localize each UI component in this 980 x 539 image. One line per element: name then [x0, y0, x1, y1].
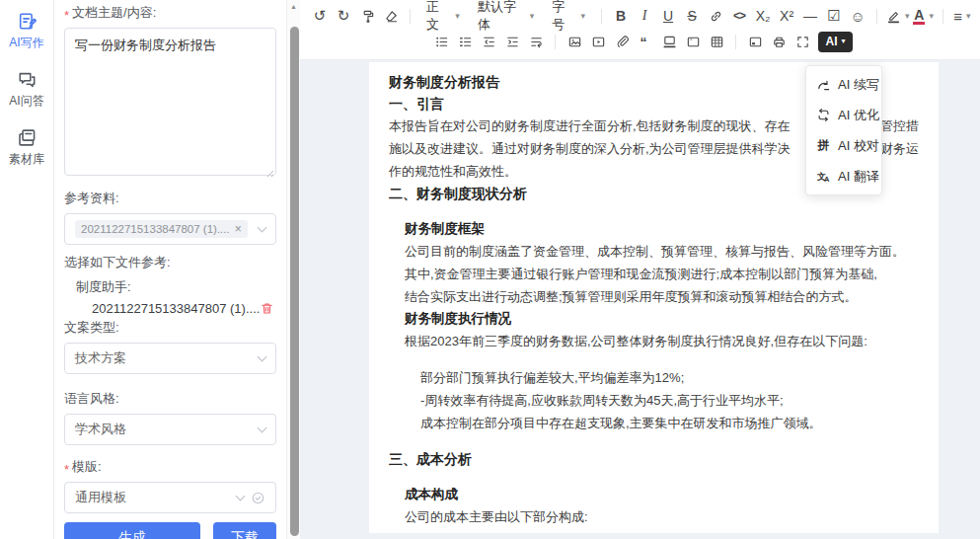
- ai-dropdown-menu: AI 续写AI 优化拼AI 校对文AAI 翻译: [805, 65, 882, 195]
- doc-list-line: 成本控制在部分项目中存在超支现象,主要集中在研发和市场推广领域。: [420, 412, 919, 434]
- code-block-button[interactable]: “: [681, 30, 705, 53]
- superscript-icon: X²: [780, 8, 793, 24]
- template-select[interactable]: 通用模板: [64, 482, 276, 513]
- ai-menu-button[interactable]: AI▾: [818, 32, 852, 52]
- doc-list-line: 部分部门预算执行偏差较大,平均偏差率为12%;: [420, 366, 919, 389]
- generate-button[interactable]: 生成: [64, 522, 200, 539]
- panel-scrollbar[interactable]: ▲: [286, 0, 300, 539]
- font-family-select[interactable]: 默认字体▾: [469, 4, 543, 28]
- insert-image-button[interactable]: [563, 30, 586, 53]
- doc-text: 财务运: [880, 137, 919, 160]
- download-button[interactable]: 下载: [213, 522, 276, 539]
- file-reference-row: 2021122715133847807 (1)....: [64, 301, 276, 316]
- print-button[interactable]: [767, 30, 791, 53]
- outdent-icon: [482, 35, 496, 49]
- svg-text:A: A: [824, 175, 830, 184]
- horizontal-rule-button[interactable]: —: [798, 4, 822, 28]
- topic-textarea-wrap: 写一份财务制度分析报告: [64, 22, 276, 180]
- font-size-icon: 字号: [552, 0, 573, 34]
- toolbar-divider: [876, 9, 877, 24]
- blockquote-button[interactable]: “: [634, 30, 657, 53]
- indent-button[interactable]: [500, 30, 524, 53]
- bold-button[interactable]: B: [609, 4, 633, 28]
- superscript-button[interactable]: X²: [775, 4, 798, 28]
- scroll-up-arrow-icon[interactable]: ▲: [287, 3, 300, 10]
- align-button[interactable]: ≡▾: [950, 4, 974, 28]
- reference-multiselect[interactable]: 2021122715133847807 (1).... ×: [64, 213, 276, 245]
- topic-label: * 文档主题/内容:: [64, 4, 276, 22]
- insert-divider-button[interactable]: [657, 30, 681, 53]
- link-button[interactable]: [704, 4, 727, 28]
- blank-line: [389, 352, 919, 366]
- delete-file-icon[interactable]: [260, 301, 274, 316]
- outdent-button[interactable]: [477, 30, 500, 53]
- toolbar-divider: [942, 9, 943, 24]
- fullscreen-icon: [795, 35, 810, 49]
- ai-writing-form-panel: * 文档主题/内容: 写一份财务制度分析报告 参考资料: 20211227151…: [54, 0, 286, 539]
- doc-paragraph-line: 根据2023年前三季度的财务数据,公司整体财务制度执行情况良好,但存在以下问题:: [405, 330, 919, 352]
- task-list-button[interactable]: ☑: [822, 4, 846, 28]
- language-style-select[interactable]: 学术风格: [64, 414, 276, 445]
- bold-icon: B: [616, 8, 626, 24]
- divider-icon: [662, 35, 677, 49]
- menu-item-label: AI 翻译: [838, 168, 879, 186]
- rich-text-editor: ↺↻正文▾默认字体▾字号▾BIUS<>X₂X²—☑☺▾A▾≡▾ ““AI▾ 财务…: [300, 0, 980, 539]
- ai-translate-item[interactable]: 文AAI 翻译: [806, 161, 881, 192]
- toolbar-divider: [601, 9, 602, 24]
- highlight-color-button[interactable]: ▾: [884, 4, 911, 28]
- undo-button[interactable]: ↺: [308, 4, 332, 28]
- blank-line: [389, 528, 919, 533]
- file-group-label: 制度助手:: [64, 278, 276, 296]
- doc-text: 施以及改进建议。通过对财务制度的深入分析,为公司管理层提供科学决: [389, 137, 791, 160]
- sidebar-item-AI问答[interactable]: AI问答: [9, 68, 43, 110]
- horizontal-rule-icon: —: [803, 8, 817, 24]
- format-painter-button[interactable]: [355, 4, 379, 28]
- redo-button[interactable]: ↻: [332, 4, 355, 28]
- ai-icon: AI: [825, 35, 837, 48]
- highlight-pen-icon: [886, 9, 901, 24]
- bullet-list-button[interactable]: [429, 30, 453, 53]
- paragraph-style-select[interactable]: 正文▾: [417, 4, 469, 28]
- font-size-select[interactable]: 字号▾: [543, 4, 594, 28]
- ordered-list-button[interactable]: [453, 30, 477, 53]
- sidebar-item-素材库[interactable]: 素材库: [9, 126, 44, 168]
- toolbar-row-1: ↺↻正文▾默认字体▾字号▾BIUS<>X₂X²—☑☺▾A▾≡▾: [308, 3, 974, 29]
- tag-close-icon[interactable]: ×: [235, 223, 242, 235]
- insert-table-button[interactable]: [705, 30, 728, 53]
- underline-button[interactable]: U: [656, 4, 680, 28]
- copy-type-select[interactable]: 技术方案: [64, 343, 276, 374]
- bullet-list-icon: [434, 35, 449, 49]
- strikethrough-button[interactable]: S: [680, 4, 704, 28]
- subscript-button[interactable]: X₂: [751, 4, 775, 28]
- optimize-icon: [816, 108, 831, 122]
- editor-toolbar: ↺↻正文▾默认字体▾字号▾BIUS<>X₂X²—☑☺▾A▾≡▾ ““AI▾: [300, 0, 980, 60]
- sidebar-item-label: AI问答: [9, 93, 43, 110]
- template-label: * 模版:: [64, 458, 276, 476]
- clear-format-button[interactable]: [379, 4, 403, 28]
- ai-optimize-item[interactable]: AI 优化: [806, 100, 881, 130]
- emoji-button[interactable]: ☺: [846, 4, 869, 28]
- doc-section-heading: 三、成本分析: [389, 448, 919, 470]
- chevron-down-icon: ▾: [455, 12, 460, 21]
- doc-subheading: 成本构成: [405, 484, 919, 505]
- ai-continue-item[interactable]: AI 续写: [806, 69, 881, 100]
- attachment-button[interactable]: [610, 30, 634, 53]
- chevron-down-icon: ▾: [905, 12, 910, 21]
- translate-icon: 文A: [816, 169, 831, 184]
- doc-paragraph-line: 公司目前的制度涵盖了资金管理、成本控制、预算管理、核算与报告、风险管理等方面。: [405, 240, 919, 263]
- scrollbar-thumb[interactable]: [290, 27, 299, 536]
- inline-code-icon: <>: [733, 9, 745, 23]
- inline-code-button[interactable]: <>: [727, 4, 751, 28]
- preview-button[interactable]: [743, 30, 767, 53]
- preview-icon: [748, 35, 763, 49]
- text-wrap-button[interactable]: [524, 30, 548, 53]
- font-color-button[interactable]: A▾: [911, 4, 936, 28]
- topic-textarea[interactable]: 写一份财务制度分析报告: [64, 28, 276, 176]
- sidebar-item-AI写作[interactable]: AI写作: [9, 10, 43, 51]
- svg-text:“: “: [690, 38, 692, 44]
- fullscreen-button[interactable]: [791, 30, 814, 53]
- italic-button[interactable]: I: [633, 4, 656, 28]
- ai-proofread-item[interactable]: 拼AI 校对: [806, 130, 881, 161]
- insert-video-button[interactable]: [586, 30, 610, 53]
- eraser-icon: [384, 9, 399, 24]
